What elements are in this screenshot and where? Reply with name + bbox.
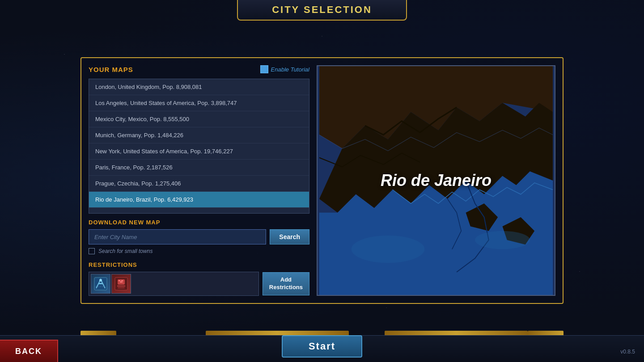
title-bar: CITY SELECTION <box>237 0 407 21</box>
your-maps-label: YOUR MAPS <box>89 66 133 73</box>
download-section: DOWNLOAD NEW MAP Search Search for small… <box>89 219 309 260</box>
download-label: DOWNLOAD NEW MAP <box>89 219 309 226</box>
svg-rect-7 <box>120 282 123 282</box>
svg-rect-1 <box>98 283 103 284</box>
restriction-icon-2[interactable] <box>111 274 131 294</box>
svg-rect-9 <box>118 287 125 288</box>
city-list-item[interactable]: London, United Kingdom, Pop. 8,908,081 <box>89 79 309 95</box>
svg-point-2 <box>99 279 102 282</box>
add-restrictions-button[interactable]: AddRestrictions <box>263 272 309 295</box>
restrictions-label: RESTRICTIONS <box>89 261 309 268</box>
search-row: Search <box>89 229 309 244</box>
small-towns-row: Search for small towns <box>89 248 309 254</box>
main-panel: YOUR MAPS Enable Tutorial London, United… <box>80 57 564 304</box>
map-area: Rio de Janeiro <box>318 66 555 295</box>
restrictions-row: AddRestrictions <box>89 272 309 296</box>
map-svg <box>318 66 555 295</box>
city-list-item[interactable]: Paris, France, Pop. 2,187,526 <box>89 160 309 176</box>
city-list[interactable]: London, United Kingdom, Pop. 8,908,081Lo… <box>89 79 309 214</box>
restrictions-section: RESTRICTIONS <box>89 261 309 296</box>
small-towns-checkbox[interactable] <box>89 248 95 254</box>
bottom-bar: BACK Start v0.8.5 <box>0 335 644 362</box>
small-towns-label: Search for small towns <box>98 248 153 254</box>
city-list-item[interactable]: Munich, Germany, Pop. 1,484,226 <box>89 127 309 143</box>
svg-point-11 <box>352 236 425 263</box>
map-panel: Rio de Janeiro <box>317 65 555 296</box>
city-list-item[interactable]: Rio de Janeiro, Brazil, Pop. 6,429,923 <box>89 192 309 208</box>
left-panel: YOUR MAPS Enable Tutorial London, United… <box>89 65 317 296</box>
city-list-item[interactable]: Los Angeles, United States of America, P… <box>89 95 309 111</box>
enable-tutorial-row: Enable Tutorial <box>260 65 309 73</box>
start-button[interactable]: Start <box>282 335 362 358</box>
svg-rect-5 <box>119 280 120 281</box>
svg-point-12 <box>475 231 530 249</box>
enable-tutorial-checkbox[interactable] <box>260 65 268 73</box>
version-text: v0.8.5 <box>620 349 635 355</box>
city-name-input[interactable] <box>89 229 266 244</box>
enable-tutorial-label: Enable Tutorial <box>271 66 309 73</box>
svg-rect-8 <box>117 286 125 286</box>
city-list-item[interactable]: Mexico City, Mexico, Pop. 8,555,500 <box>89 111 309 127</box>
page-title: CITY SELECTION <box>272 4 372 16</box>
back-button[interactable]: BACK <box>0 340 58 362</box>
city-list-item[interactable]: New York, United States of America, Pop.… <box>89 143 309 160</box>
left-panel-header: YOUR MAPS Enable Tutorial <box>89 65 309 73</box>
restrictions-icons-container <box>89 272 259 296</box>
city-list-item[interactable]: Rome, Italy, Pop. 2,864,731 <box>89 208 309 214</box>
restriction-icon-1[interactable] <box>91 274 110 294</box>
city-list-item[interactable]: Prague, Czechia, Pop. 1,275,406 <box>89 176 309 192</box>
svg-rect-6 <box>121 280 123 281</box>
search-button[interactable]: Search <box>270 229 309 244</box>
